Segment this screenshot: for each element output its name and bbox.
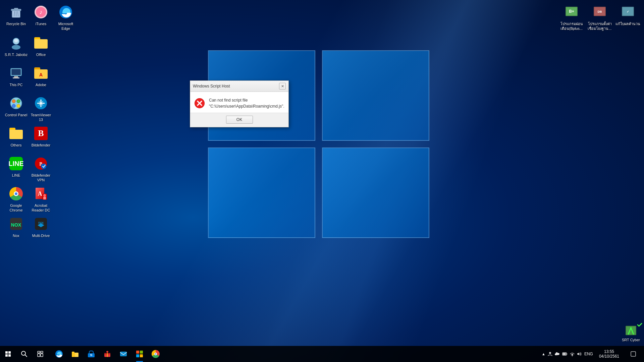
svg-point-21 <box>17 104 20 108</box>
svg-rect-31 <box>43 197 46 199</box>
svg-text:♪: ♪ <box>40 9 43 15</box>
this-pc-label: This PC <box>9 82 22 87</box>
clock-date: 04/10/2561 <box>599 354 619 359</box>
srt-jabobz-icon[interactable]: S.R.T. Jabobz <box>3 34 30 58</box>
windows-script-host-dialog[interactable]: Windows Script Host ✕ Can not find scrip… <box>190 80 289 127</box>
svg-line-5 <box>18 11 18 16</box>
desktop: Recycle Bin ♪ iTunes <box>0 0 644 362</box>
taskbar-apps <box>51 346 164 362</box>
task-view-button[interactable] <box>32 346 48 362</box>
connect-icon[interactable]: DB โปรแกรมตั้งค่าเชื่อมโยงฐาน... <box>586 3 613 33</box>
dialog-footer: OK <box>190 113 288 127</box>
svg-text:NOX: NOX <box>11 222 21 228</box>
microsoft-edge-icon[interactable]: Microsoft Edge <box>52 3 79 33</box>
taskbar-gift[interactable] <box>99 346 115 362</box>
top-right-icons: B+ โปรแกรมผ่อนเดือน(Bplus... DB โปรแกรมต… <box>555 0 644 35</box>
office-icon[interactable]: Office <box>28 34 54 58</box>
multi-drive-icon[interactable]: nox Multi-Drive <box>28 215 54 239</box>
person-icon[interactable] <box>547 351 553 357</box>
bplus-image: B+ <box>564 4 580 20</box>
nox-label: Nox <box>13 233 19 238</box>
calc-icon[interactable]: ✓ แก้ใบผลคำนวน <box>614 3 641 27</box>
svg-rect-64 <box>120 352 127 356</box>
search-button[interactable] <box>16 346 32 362</box>
taskbar-chrome-icon <box>152 350 160 358</box>
calc-label: แก้ใบผลคำนวน <box>614 21 641 26</box>
taskbar-edge[interactable] <box>51 346 67 362</box>
recycle-bin-icon[interactable]: Recycle Bin <box>3 3 30 27</box>
taskbar-left <box>0 346 48 362</box>
adobe-label: Adobe <box>36 82 46 87</box>
dialog-close-button[interactable]: ✕ <box>279 83 286 89</box>
task-view-icon <box>37 351 43 357</box>
win-pane-tr <box>322 50 429 141</box>
microsoft-edge-label: Microsoft Edge <box>54 21 78 31</box>
chevron-up-icon[interactable]: ▲ <box>542 352 545 356</box>
svg-rect-66 <box>140 351 143 354</box>
google-chrome-icon[interactable]: Google Chrome <box>3 184 30 214</box>
others-icon[interactable]: Others <box>3 124 30 149</box>
win-pane-br <box>322 147 429 238</box>
svg-rect-16 <box>13 77 19 78</box>
bitdefender-vpn-icon[interactable]: B Bitdefender VPN <box>28 154 54 184</box>
office-label: Office <box>36 52 46 57</box>
dialog-title-text: Windows Script Host <box>193 84 230 88</box>
itunes-icon[interactable]: ♪ iTunes <box>28 3 54 27</box>
bitdefender-vpn-label: Bitdefender VPN <box>29 173 53 183</box>
teamviewer-icon[interactable]: TeamViewer 13 <box>28 94 54 124</box>
notification-area: ▲ <box>542 351 593 357</box>
svg-rect-68 <box>140 354 143 357</box>
google-chrome-label: Google Chrome <box>4 203 28 213</box>
taskbar-store[interactable] <box>83 346 99 362</box>
svg-rect-74 <box>631 352 636 356</box>
dialog-body: Can not find script file "C:\Users\user\… <box>190 92 288 113</box>
svg-line-3 <box>14 11 14 16</box>
start-button[interactable] <box>0 346 16 362</box>
taskbar-chrome[interactable] <box>148 346 164 362</box>
network-icon[interactable] <box>570 351 575 357</box>
control-panel-icon[interactable]: Control Panel <box>3 94 30 119</box>
battery-icon[interactable] <box>562 351 568 357</box>
taskbar-file-explorer[interactable] <box>67 346 83 362</box>
connect-label: โปรแกรมตั้งค่าเชื่อมโยงฐาน... <box>586 21 613 31</box>
svg-rect-65 <box>136 351 139 354</box>
svg-point-69 <box>549 352 551 354</box>
srt-cyber-icon[interactable]: SRT Cyber <box>622 324 640 342</box>
taskbar-mail-icon <box>119 350 127 358</box>
svg-rect-51 <box>38 351 40 353</box>
control-panel-image <box>8 95 24 111</box>
svg-rect-63 <box>107 353 108 357</box>
dialog-ok-button[interactable]: OK <box>226 116 253 124</box>
svg-rect-54 <box>41 354 43 357</box>
notification-button[interactable] <box>625 346 641 362</box>
others-label: Others <box>10 143 21 147</box>
cloud-icon[interactable] <box>555 351 560 357</box>
multi-drive-image: nox <box>33 216 49 232</box>
bplus-icon[interactable]: B+ โปรแกรมผ่อนเดือน(Bplus... <box>558 3 585 33</box>
taskbar-colorful-app[interactable] <box>131 346 148 362</box>
itunes-image: ♪ <box>33 4 49 20</box>
recycle-bin-image <box>8 4 24 20</box>
acrobat-reader-icon[interactable]: A Acrobat Reader DC <box>28 184 54 214</box>
win-pane-bl <box>208 147 315 238</box>
dialog-titlebar: Windows Script Host ✕ <box>190 81 288 92</box>
language-label[interactable]: ENG <box>584 352 593 356</box>
svg-text:B+: B+ <box>569 9 574 14</box>
others-image <box>8 125 24 141</box>
volume-icon[interactable] <box>577 351 582 357</box>
line-icon[interactable]: LINE LINE <box>3 154 30 179</box>
microsoft-edge-image <box>58 4 74 20</box>
taskbar-mail[interactable] <box>115 346 131 362</box>
taskbar-store-icon <box>87 350 95 358</box>
nox-icon[interactable]: NOX Nox <box>3 215 30 239</box>
taskbar: ▲ <box>0 346 644 362</box>
calc-image: ✓ <box>620 4 636 20</box>
dialog-error-icon <box>194 98 205 109</box>
this-pc-icon[interactable]: This PC <box>3 64 30 88</box>
adobe-icon[interactable]: A Adobe <box>28 64 54 88</box>
recycle-bin-label: Recycle Bin <box>6 21 26 26</box>
multi-drive-label: Multi-Drive <box>32 233 50 238</box>
control-panel-label: Control Panel <box>5 113 28 117</box>
bitdefender-icon[interactable]: B Bitdefender <box>28 124 54 149</box>
taskbar-clock[interactable]: 13:55 04/10/2561 <box>595 349 623 359</box>
